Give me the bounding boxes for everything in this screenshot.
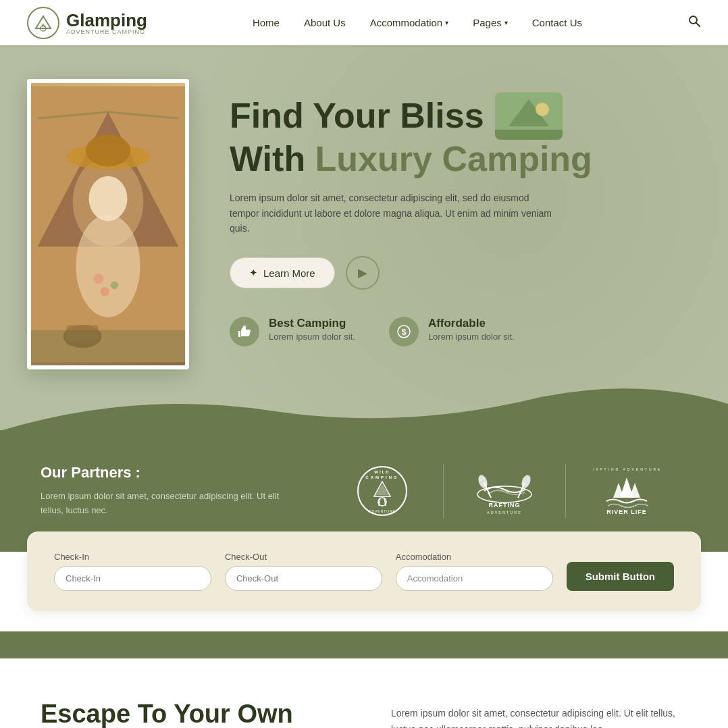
search-icon[interactable]: [687, 14, 701, 31]
accommodation-field: Accomodation Accomodation: [396, 552, 553, 591]
partner-rafting: RAFTING ADVENTURE: [444, 464, 566, 518]
nav-pages[interactable]: Pages ▾: [473, 17, 508, 28]
hero-title: Find Your Bliss With Luxury Camping: [230, 93, 701, 178]
svg-text:RAFTING: RAFTING: [489, 502, 521, 509]
svg-text:ADVENTURE: ADVENTURE: [487, 511, 522, 515]
accommodation-label: Accomodation: [396, 552, 553, 562]
svg-text:ADVENTURE: ADVENTURE: [369, 509, 396, 513]
nav-about[interactable]: About Us: [304, 17, 346, 28]
plus-icon: ✦: [249, 267, 258, 279]
svg-text:A: A: [41, 22, 45, 28]
partners-desc: Lorem ipsum dolor sit amet, consectetur …: [41, 490, 281, 518]
hero-wave: [0, 377, 728, 430]
accommodation-select[interactable]: Accomodation: [396, 566, 553, 591]
partners-title: Our Partners :: [41, 464, 281, 482]
checkin-field: Check-In: [54, 552, 211, 591]
svg-point-11: [76, 215, 140, 317]
booking-section: Check-In Check-Out Accomodation Accomoda…: [27, 531, 701, 611]
svg-point-40: [520, 474, 532, 490]
bottom-description: Lorem ipsum dolor sit amet, consectetur …: [391, 706, 687, 728]
partners-logos: WILD CAMPING ADVENTURE: [321, 464, 687, 518]
svg-text:$: $: [402, 328, 407, 337]
svg-text:CAMPING: CAMPING: [365, 475, 398, 479]
checkout-field: Check-Out: [225, 552, 382, 591]
hero-image: [27, 79, 189, 369]
bottom-left: Escape To Your Own Private Paradise With…: [41, 699, 337, 728]
partner-river-life: RAFTING ADVENTURE RIVER LIFE: [566, 464, 687, 518]
checkin-input[interactable]: [54, 566, 211, 591]
bottom-section: Escape To Your Own Private Paradise With…: [0, 658, 728, 728]
checkin-label: Check-In: [54, 552, 211, 562]
svg-text:RIVER LIFE: RIVER LIFE: [606, 509, 647, 515]
play-button[interactable]: ▶: [346, 256, 380, 290]
booking-outer: Check-In Check-Out Accomodation Accomoda…: [0, 552, 728, 631]
feature-best-camping-text: Best Camping Lorem ipsum dolor sit.: [269, 317, 355, 342]
learn-more-button[interactable]: ✦ Learn More: [230, 257, 335, 288]
hero-description: Lorem ipsum dolor sit amet, consectetur …: [230, 190, 554, 236]
thumbs-up-icon: [230, 317, 259, 346]
hero-section: Find Your Bliss With Luxury Camping Lore…: [0, 45, 728, 430]
feature-affordable: $ Affordable Lorem ipsum dolor sit.: [389, 317, 515, 346]
svg-rect-20: [31, 330, 185, 363]
svg-point-10: [86, 134, 131, 167]
nav-accommodation[interactable]: Accommodation ▾: [370, 17, 449, 28]
svg-point-38: [477, 474, 489, 490]
partner-wild-camping: WILD CAMPING ADVENTURE: [321, 464, 444, 518]
logo-sub: ADVENTURE CAMPING: [66, 28, 147, 35]
bottom-title: Escape To Your Own Private Paradise With…: [41, 699, 337, 728]
submit-button[interactable]: Submit Button: [567, 562, 674, 591]
svg-point-36: [477, 486, 531, 502]
hero-actions: ✦ Learn More ▶: [230, 256, 701, 290]
navbar: A Glamping ADVENTURE CAMPING Home About …: [0, 0, 728, 45]
svg-point-12: [89, 176, 128, 222]
dollar-icon: $: [389, 317, 419, 346]
nav-menu: Home About Us Accommodation ▾ Pages ▾ Co…: [253, 17, 582, 28]
svg-text:RAFTING ADVENTURE: RAFTING ADVENTURE: [593, 467, 660, 471]
feature-best-camping: Best Camping Lorem ipsum dolor sit.: [230, 317, 355, 346]
checkout-label: Check-Out: [225, 552, 382, 562]
svg-point-13: [93, 274, 103, 284]
svg-point-14: [111, 282, 118, 289]
partners-booking-wrapper: Our Partners : Lorem ipsum dolor sit ame…: [0, 430, 728, 665]
hero-small-image: [495, 93, 563, 140]
logo-icon: A: [27, 7, 59, 39]
svg-point-23: [536, 103, 549, 116]
hero-features: Best Camping Lorem ipsum dolor sit. $ Af…: [230, 317, 701, 346]
chevron-down-icon: ▾: [445, 19, 448, 26]
logo[interactable]: A Glamping ADVENTURE CAMPING: [27, 7, 147, 39]
nav-contact[interactable]: Contact Us: [532, 17, 582, 28]
feature-affordable-text: Affordable Lorem ipsum dolor sit.: [428, 317, 515, 342]
svg-marker-46: [629, 483, 640, 498]
svg-text:WILD: WILD: [374, 470, 390, 474]
svg-line-4: [696, 23, 700, 26]
nav-home[interactable]: Home: [253, 17, 280, 28]
checkout-input[interactable]: [225, 566, 382, 591]
chevron-down-icon: ▾: [504, 19, 508, 26]
svg-point-15: [101, 287, 109, 296]
bottom-right: Lorem ipsum dolor sit amet, consectetur …: [391, 699, 687, 728]
logo-text: Glamping: [66, 10, 147, 30]
play-icon: ▶: [358, 265, 367, 280]
partners-text: Our Partners : Lorem ipsum dolor sit ame…: [41, 464, 281, 518]
svg-rect-24: [495, 130, 563, 140]
hero-content: Find Your Bliss With Luxury Camping Lore…: [230, 72, 701, 346]
